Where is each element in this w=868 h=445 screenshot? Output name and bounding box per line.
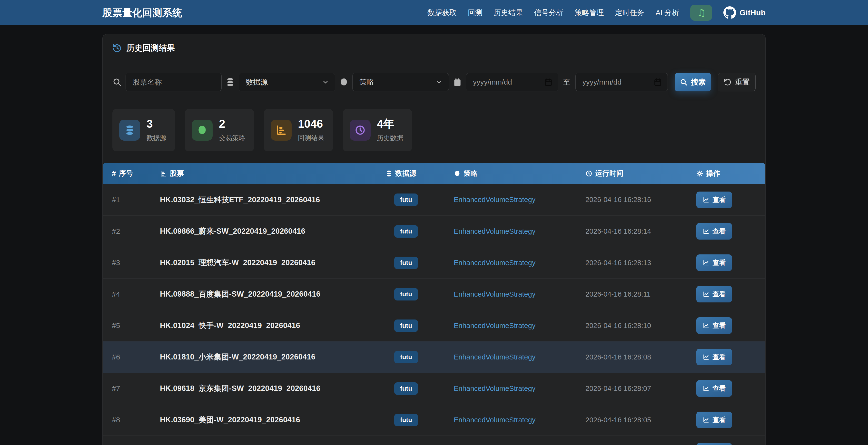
nav-link-strategy-mgmt[interactable]: 策略管理 [575, 8, 604, 18]
line-chart-icon [703, 259, 710, 266]
stock-name: HK.01810_小米集团-W_20220419_20260416 [160, 352, 385, 362]
datasource-badge: futu [394, 351, 418, 363]
history-results-panel: 历史回测结果 数据源 策略 [102, 34, 766, 445]
strategy-link[interactable]: EnhancedVolumeStrategy [454, 259, 585, 267]
date-to-placeholder: yyyy/mm/dd [583, 78, 621, 86]
nav-link-scheduled-tasks[interactable]: 定时任务 [615, 8, 644, 18]
strategy-link[interactable]: EnhancedVolumeStrategy [454, 290, 585, 298]
date-picker-icon[interactable] [544, 78, 553, 87]
nav-link-backtest[interactable]: 回测 [468, 8, 483, 18]
stats-row: 3 数据源 2 交易策略 1046 回测结果 [103, 91, 765, 151]
stat-card-datasources: 3 数据源 [113, 109, 175, 151]
col-header-index: # 序号 [103, 169, 160, 179]
date-from-input[interactable]: yyyy/mm/dd [466, 73, 558, 91]
brain-icon [339, 77, 348, 87]
row-index: #7 [103, 384, 160, 392]
stock-name: HK.01024_快手-W_20220419_20260416 [160, 320, 385, 331]
table-header: # 序号 股票 数据源 策略 运行时间 [103, 163, 765, 184]
stock-name: HK.02015_理想汽车-W_20220419_20260416 [160, 258, 385, 268]
filter-bar: 数据源 策略 yyyy/mm/dd 至 yyyy/mm/dd [103, 62, 765, 91]
view-button[interactable]: 查看 [696, 286, 732, 303]
music-icon: ♫ [697, 8, 706, 18]
stat-card-strategies: 2 交易策略 [185, 109, 254, 151]
row-index: #6 [103, 353, 160, 361]
stat-value: 3 [147, 118, 166, 130]
view-button[interactable]: 查看 [696, 349, 732, 365]
row-index: #3 [103, 259, 160, 267]
app-title: 股票量化回测系统 [102, 6, 182, 20]
row-index: #1 [103, 196, 160, 204]
stock-name: HK.09866_蔚来-SW_20220419_20260416 [160, 226, 385, 236]
runtime-value: 2026-04-16 16:28:13 [585, 259, 696, 267]
col-header-runtime: 运行时间 [585, 169, 696, 179]
row-index: #5 [103, 321, 160, 330]
github-label: GitHub [740, 8, 766, 17]
stock-name: HK.03032_恒生科技ETF_20220419_20260416 [160, 195, 385, 205]
view-button[interactable]: 查看 [696, 443, 732, 445]
github-link[interactable]: GitHub [723, 6, 766, 19]
strategy-link[interactable]: EnhancedVolumeStrategy [454, 227, 585, 235]
clock-icon [585, 170, 592, 177]
strategy-link[interactable]: EnhancedVolumeStrategy [454, 416, 585, 424]
line-chart-icon [703, 196, 710, 203]
datasource-badge: futu [394, 382, 418, 395]
nav-link-history-results[interactable]: 历史结果 [494, 8, 523, 18]
view-button[interactable]: 查看 [696, 380, 732, 397]
table-row: #1 HK.03032_恒生科技ETF_20220419_20260416 fu… [103, 184, 765, 216]
line-chart-icon [703, 228, 710, 235]
runtime-value: 2026-04-16 16:28:10 [585, 322, 696, 330]
clock-icon [350, 120, 371, 140]
line-chart-icon [703, 322, 710, 329]
brain-icon [454, 170, 461, 177]
stock-name: HK.03690_美团-W_20220419_20260416 [160, 415, 385, 425]
strategy-select[interactable]: 策略 [352, 73, 449, 91]
row-index: #8 [103, 416, 160, 424]
runtime-value: 2026-04-16 16:28:16 [585, 196, 696, 204]
date-to-input[interactable]: yyyy/mm/dd [576, 73, 668, 91]
view-button[interactable]: 查看 [696, 317, 732, 334]
date-picker-icon[interactable] [653, 78, 662, 87]
search-icon [113, 77, 122, 87]
line-chart-icon [703, 385, 710, 392]
strategy-link[interactable]: EnhancedVolumeStrategy [454, 385, 585, 392]
stat-label: 数据源 [147, 133, 166, 142]
nav-link-signal-analysis[interactable]: 信号分析 [534, 8, 563, 18]
reset-button[interactable]: 重置 [718, 73, 755, 91]
strategy-link[interactable]: EnhancedVolumeStrategy [454, 353, 585, 361]
datasource-select[interactable]: 数据源 [239, 73, 335, 91]
database-icon [385, 170, 392, 177]
runtime-value: 2026-04-16 16:28:05 [585, 416, 696, 424]
datasource-badge: futu [394, 193, 418, 206]
reset-icon [724, 78, 732, 86]
results-table: # 序号 股票 数据源 策略 运行时间 [103, 163, 765, 445]
datasource-badge: futu [394, 319, 418, 332]
table-row: #4 HK.09888_百度集团-SW_20220419_20260416 fu… [103, 278, 765, 310]
row-index: #2 [103, 227, 160, 235]
github-icon [723, 6, 736, 19]
stat-value: 1046 [298, 118, 324, 130]
datasource-badge: futu [394, 414, 418, 426]
search-button[interactable]: 搜索 [675, 73, 711, 91]
view-button[interactable]: 查看 [696, 254, 732, 271]
stat-value: 2 [219, 118, 245, 130]
gear-icon [696, 170, 703, 177]
nav-link-ai-analysis[interactable]: AI 分析 [656, 8, 679, 18]
strategy-link[interactable]: EnhancedVolumeStrategy [454, 322, 585, 330]
datasource-badge: futu [394, 288, 418, 300]
table-row: #7 HK.09618_京东集团-SW_20220419_20260416 fu… [103, 373, 765, 404]
nav-link-data-fetch[interactable]: 数据获取 [427, 8, 457, 18]
stock-name: HK.09618_京东集团-SW_20220419_20260416 [160, 383, 385, 393]
stock-name-input[interactable] [133, 78, 215, 86]
strategy-link[interactable]: EnhancedVolumeStrategy [454, 196, 585, 204]
brain-icon [192, 120, 213, 140]
stat-label: 回测结果 [298, 133, 324, 142]
view-button[interactable]: 查看 [696, 192, 732, 208]
music-toggle-button[interactable]: ♫ [690, 5, 712, 21]
runtime-value: 2026-04-16 16:28:08 [585, 353, 696, 361]
view-button[interactable]: 查看 [696, 223, 732, 240]
col-header-strategy: 策略 [454, 169, 585, 179]
view-button[interactable]: 查看 [696, 412, 732, 428]
calendar-icon [453, 77, 462, 87]
database-icon [225, 77, 235, 87]
strategy-select-value: 策略 [360, 77, 374, 87]
